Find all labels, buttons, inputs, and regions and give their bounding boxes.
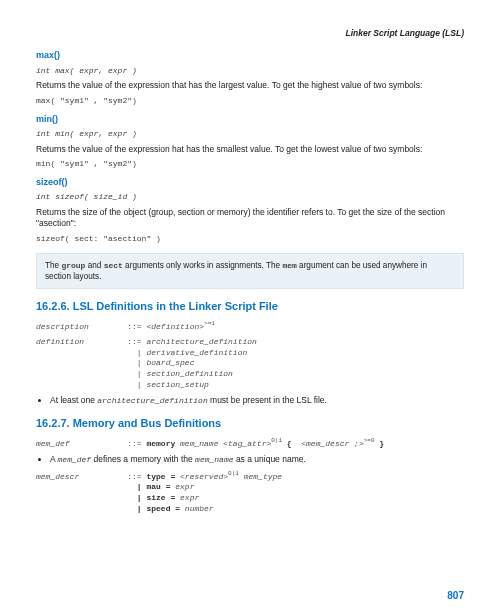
grammar-memdef: mem_def ::= memory mem_name <tag_attr>0|… bbox=[36, 437, 464, 449]
sig-sizeof: int sizeof( size_id ) bbox=[36, 192, 464, 203]
grammar-memdescr: mem_descr ::= type = <reserved>0|1 mem_t… bbox=[36, 470, 464, 515]
example-min: min( "sym1" , "sym2") bbox=[36, 159, 464, 170]
heading-sizeof: sizeof() bbox=[36, 176, 464, 188]
heading-min: min() bbox=[36, 113, 464, 125]
heading-1627: 16.2.7. Memory and Bus Definitions bbox=[36, 416, 464, 431]
heading-1626: 16.2.6. LSL Definitions in the Linker Sc… bbox=[36, 299, 464, 314]
grammar-definition: definition ::= architecture_definition |… bbox=[36, 337, 464, 391]
sig-min: int min( expr, expr ) bbox=[36, 129, 464, 140]
grammar-description: description ::= <definition>>=1 bbox=[36, 320, 464, 332]
bullet-1626: At least one architecture_definition mus… bbox=[50, 395, 464, 407]
desc-min: Returns the value of the expression hat … bbox=[36, 144, 464, 155]
example-max: max( "sym1" , "sym2") bbox=[36, 96, 464, 107]
sig-max: int max( expr, expr ) bbox=[36, 66, 464, 77]
heading-max: max() bbox=[36, 49, 464, 61]
note-box: The group and sect arguments only works … bbox=[36, 253, 464, 290]
page-number: 807 bbox=[447, 589, 464, 603]
running-header: Linker Script Language (LSL) bbox=[36, 28, 464, 39]
example-sizeof: sizeof( sect: "asection" ) bbox=[36, 234, 464, 245]
desc-sizeof: Returns the size of the object (group, s… bbox=[36, 207, 464, 230]
bullet-1627: A mem_def defines a memory with the mem_… bbox=[50, 454, 464, 466]
desc-max: Returns the value of the expression that… bbox=[36, 80, 464, 91]
